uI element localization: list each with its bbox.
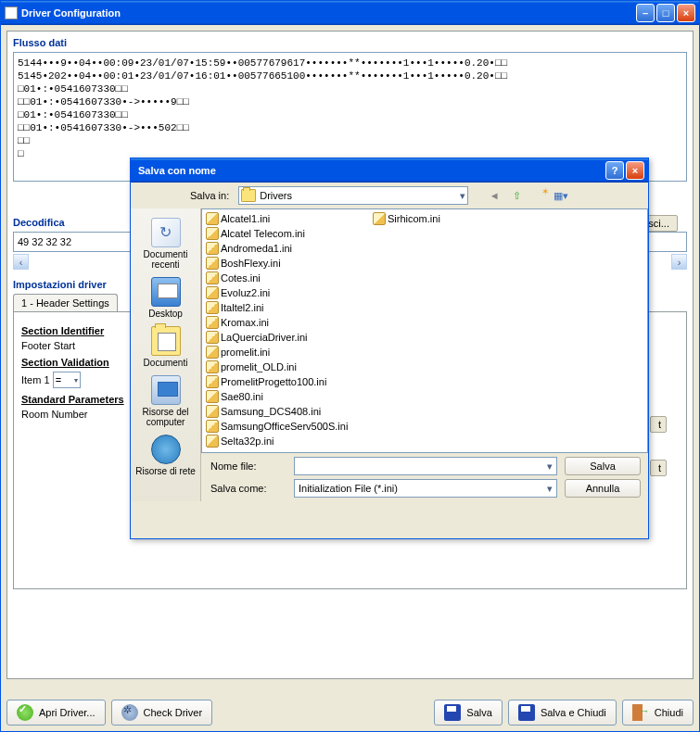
file-item[interactable]: Selta32p.ini <box>204 434 371 448</box>
network-icon <box>151 435 181 464</box>
chevron-down-icon[interactable]: ▾ <box>545 461 554 473</box>
chevron-down-icon[interactable]: ▾ <box>460 190 465 202</box>
file-name: promelit_OLD.ini <box>221 361 297 372</box>
place-computer[interactable]: Risorse del computer <box>131 372 200 431</box>
salva-button[interactable]: Salva <box>434 700 503 726</box>
ini-file-icon <box>206 390 219 403</box>
close-button[interactable]: × <box>677 4 695 22</box>
save-dialog-body: Documenti recenti Desktop Documenti Riso… <box>131 208 648 501</box>
salva-chiudi-button[interactable]: Salva e Chiudi <box>508 700 617 726</box>
file-name: Andromeda1.ini <box>221 243 292 254</box>
views-icon[interactable]: ▦▾ <box>552 186 570 205</box>
file-name: Sirhicom.ini <box>388 213 440 224</box>
file-item[interactable]: Italtel2.ini <box>204 300 371 315</box>
ini-file-icon <box>206 212 219 225</box>
file-item[interactable]: promelit_OLD.ini <box>204 360 371 374</box>
file-name: Samsung_DCS408.ini <box>221 406 321 417</box>
ini-file-icon <box>206 316 219 329</box>
dialog-salva-button[interactable]: Salva <box>565 457 641 475</box>
ini-file-icon <box>206 271 219 284</box>
chiudi-button[interactable]: Chiudi <box>622 700 694 726</box>
file-item[interactable]: Andromeda1.ini <box>204 241 371 256</box>
save-dialog-toolbar: Salva in: Drivers ▾ ◄ ⇧ ✶ ▦▾ <box>131 183 648 208</box>
minimize-button[interactable]: – <box>636 4 655 22</box>
new-folder-icon[interactable]: ✶ <box>529 186 548 205</box>
documents-icon <box>151 326 181 356</box>
file-name: BoshFlexy.ini <box>221 258 281 269</box>
help-button[interactable]: ? <box>605 161 624 180</box>
ini-file-icon <box>206 331 219 344</box>
file-item[interactable]: PromelitProgetto100.ini <box>204 374 371 389</box>
file-item[interactable]: Samsung_DCS408.ini <box>204 404 371 419</box>
file-item[interactable]: Kromax.ini <box>204 315 371 330</box>
back-icon[interactable]: ◄ <box>485 186 503 205</box>
ini-file-icon <box>206 435 219 448</box>
apri-driver-button[interactable]: Apri Driver... <box>6 700 106 726</box>
scroll-right-icon[interactable]: › <box>671 254 687 270</box>
app-icon <box>5 6 18 19</box>
nome-file-input-wrapper: ▾ <box>294 457 557 475</box>
main-window-title: Driver Configuration <box>21 7 636 19</box>
ini-file-icon <box>206 227 219 240</box>
place-documents[interactable]: Documenti <box>131 322 200 372</box>
salva-come-label: Salva come: <box>210 483 286 494</box>
nome-file-input[interactable] <box>297 461 545 472</box>
gear-icon <box>121 704 138 721</box>
file-item[interactable]: Alcatel1.ini <box>204 211 371 226</box>
up-icon[interactable]: ⇧ <box>507 186 526 205</box>
file-item[interactable]: SamsungOfficeServ500S.ini <box>204 419 371 434</box>
save-dialog-titlebar[interactable]: Salva con nome ? × <box>131 158 648 183</box>
file-item[interactable]: Sae80.ini <box>204 389 371 404</box>
ini-file-icon <box>206 346 219 359</box>
check-driver-button[interactable]: Check Driver <box>111 700 213 726</box>
file-item[interactable]: Evoluz2.ini <box>204 285 371 300</box>
ini-file-icon <box>206 360 219 373</box>
file-item[interactable]: Cotes.ini <box>204 271 371 285</box>
ini-file-icon <box>206 286 219 299</box>
file-name: PromelitProgetto100.ini <box>221 376 326 387</box>
computer-icon <box>151 375 181 405</box>
ini-file-icon <box>373 212 386 225</box>
save-icon <box>518 704 535 721</box>
tab-header-settings[interactable]: 1 - Header Settings <box>13 294 118 311</box>
file-item[interactable]: Sirhicom.ini <box>371 211 538 226</box>
save-location-combo[interactable]: Drivers ▾ <box>238 186 468 205</box>
file-name: LaQuerciaDriver.ini <box>221 332 308 343</box>
maximize-button[interactable]: □ <box>656 4 675 22</box>
recent-icon <box>151 218 181 247</box>
main-titlebar[interactable]: Driver Configuration – □ × <box>1 1 699 25</box>
file-list[interactable]: Alcatel1.iniAlcatel Telecom.iniAndromeda… <box>201 208 648 453</box>
ini-file-icon <box>206 375 219 388</box>
file-name: SamsungOfficeServ500S.ini <box>221 421 348 432</box>
ini-file-icon <box>206 257 219 270</box>
file-name: Sae80.ini <box>221 391 263 402</box>
dialog-annulla-button[interactable]: Annulla <box>565 479 641 498</box>
test-button-1[interactable]: t <box>650 416 667 433</box>
place-recent[interactable]: Documenti recenti <box>131 214 200 273</box>
ini-file-icon <box>206 301 219 314</box>
open-icon <box>17 704 33 721</box>
save-dialog-close-button[interactable]: × <box>626 161 644 180</box>
save-icon <box>444 704 461 721</box>
save-dialog-title: Salva con nome <box>134 165 605 176</box>
item1-combo[interactable]: = <box>53 372 81 388</box>
save-location-text: Drivers <box>260 190 292 201</box>
file-item[interactable]: promelit.ini <box>204 345 371 360</box>
desktop-icon <box>151 277 181 307</box>
file-name: Alcatel1.ini <box>221 213 270 224</box>
save-dialog: Salva con nome ? × Salva in: Drivers ▾ ◄… <box>130 158 649 539</box>
place-network[interactable]: Risorse di rete <box>131 431 200 480</box>
file-name: promelit.ini <box>221 347 270 358</box>
nome-file-label: Nome file: <box>210 461 286 472</box>
file-item[interactable]: Alcatel Telecom.ini <box>204 226 371 241</box>
ini-file-icon <box>206 420 219 433</box>
test-button-2[interactable]: t <box>650 460 667 476</box>
place-desktop[interactable]: Desktop <box>131 273 200 322</box>
salva-come-value: Initialization File (*.ini) <box>297 483 545 494</box>
chevron-down-icon[interactable]: ▾ <box>545 483 554 495</box>
item1-label: Item 1 <box>21 374 50 385</box>
file-item[interactable]: BoshFlexy.ini <box>204 256 371 271</box>
scroll-left-icon[interactable]: ‹ <box>13 254 29 270</box>
salva-come-combo[interactable]: Initialization File (*.ini) ▾ <box>294 479 557 498</box>
file-item[interactable]: LaQuerciaDriver.ini <box>204 330 371 345</box>
